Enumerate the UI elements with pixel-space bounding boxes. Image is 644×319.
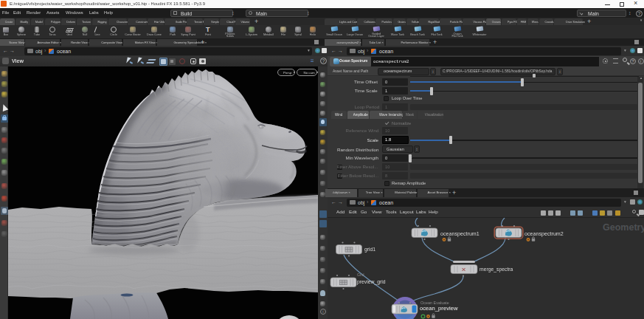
- svg-text:Geometry: Geometry: [603, 222, 644, 233]
